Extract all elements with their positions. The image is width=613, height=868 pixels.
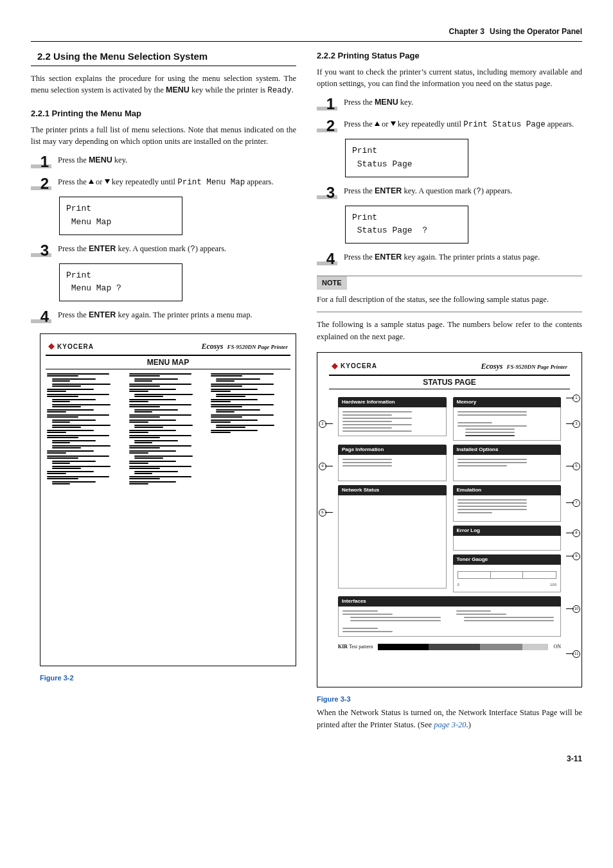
lcd-display: Print Status Page ? <box>345 206 468 244</box>
callout-11: 11 <box>573 650 580 658</box>
up-triangle-icon <box>375 121 380 126</box>
subheading-status-page: 2.2.2 Printing Status Page <box>317 49 582 62</box>
text: appears. <box>245 177 273 186</box>
step-2: 2 Press the or key repeatedly until Prin… <box>31 176 296 191</box>
callout-5: 5 <box>573 463 580 470</box>
panel-title: Page Information <box>338 445 447 455</box>
text: or <box>380 120 391 128</box>
mono-text: ? <box>476 187 481 196</box>
step-number: 2 <box>317 118 336 134</box>
text: Press the <box>58 155 89 164</box>
text: . <box>292 85 294 94</box>
panel-interfaces: Interfaces <box>338 596 561 637</box>
text: Press the <box>344 186 375 195</box>
text: .) <box>466 720 471 729</box>
lcd-line: Print <box>352 211 461 225</box>
lcd-line: Print <box>66 202 175 216</box>
chapter-label: Chapter 3 <box>449 26 484 37</box>
text: key. <box>112 155 128 164</box>
text: Press the <box>58 310 89 319</box>
step-body: Press the ENTER key again. The printer p… <box>58 309 296 321</box>
step-2: 2 Press the or key repeatedly until Prin… <box>317 118 582 134</box>
text: Press the <box>58 177 89 186</box>
step-number: 3 <box>317 185 336 200</box>
step-body: Press the MENU key. <box>344 96 582 109</box>
model-label: FS-9520DN Page Printer <box>227 343 289 352</box>
lcd-display: Print Menu Map <box>59 197 182 235</box>
callout-8: 8 <box>573 529 580 537</box>
step-number: 2 <box>31 176 50 191</box>
figure-caption-body: When the Network Status is turned on, th… <box>317 707 582 731</box>
toner-gauge-bar <box>458 571 557 579</box>
up-triangle-icon <box>89 179 94 184</box>
callout-10: 10 <box>573 605 580 613</box>
callout-1: 1 <box>573 394 580 402</box>
text: key repeatedly until <box>396 120 464 128</box>
doc-title: STATUS PAGE <box>329 375 570 389</box>
status-page-intro: If you want to check the printer’s curre… <box>317 66 582 91</box>
menu-map-intro: The printer prints a full list of menu s… <box>31 124 296 148</box>
text: ) appears. <box>481 186 513 195</box>
text: key repeatedly until <box>110 177 178 186</box>
brand-mark-icon <box>48 343 55 350</box>
page-reference-link[interactable]: page 3-20 <box>434 720 466 729</box>
down-triangle-icon <box>105 179 110 184</box>
section-heading: 2.2 Using the Menu Selection System <box>31 49 296 66</box>
panel-title: Interfaces <box>338 596 561 607</box>
step-number: 1 <box>317 96 336 112</box>
lcd-line: Print <box>66 269 175 283</box>
note-body: For a full description of the status, se… <box>317 294 582 306</box>
mono-text: Print Menu Map <box>177 178 245 187</box>
lcd-line: Print <box>352 145 461 158</box>
page-number: 3-11 <box>31 753 582 765</box>
note-rule-top <box>317 276 582 276</box>
ecosys-logo: Ecosys <box>481 360 503 372</box>
kir-label: KIR Test pattern <box>338 643 373 651</box>
text: key. A question mark ( <box>116 244 190 253</box>
step-number: 1 <box>31 154 50 170</box>
brand-name: KYOCERA <box>341 361 377 371</box>
keycap: ENTER <box>375 252 402 261</box>
kir-test-row: KIR Test pattern ON <box>338 643 561 651</box>
step-body: Press the ENTER key again. The printer p… <box>344 251 582 263</box>
step-3: 3 Press the ENTER key. A question mark (… <box>31 243 296 258</box>
step-4: 4 Press the ENTER key again. The printer… <box>31 309 296 324</box>
text: key while the printer is <box>190 85 268 94</box>
gauge-min: 0 <box>458 582 459 588</box>
callout-3: 3 <box>573 420 580 428</box>
note-label: NOTE <box>317 276 347 290</box>
keycap: ENTER <box>89 310 116 319</box>
lcd-line: Status Page ? <box>352 224 461 238</box>
subheading-menu-map: 2.2.1 Printing the Menu Map <box>31 107 296 120</box>
keycap: MENU <box>166 85 190 94</box>
brand-name: KYOCERA <box>57 342 94 351</box>
step-4: 4 Press the ENTER key again. The printer… <box>317 251 582 267</box>
step-body: Press the MENU key. <box>58 154 296 166</box>
callout-9: 9 <box>573 553 580 560</box>
step-body: Press the or key repeatedly until Print … <box>344 118 582 131</box>
keycap: ENTER <box>375 186 402 195</box>
two-column-layout: 2.2 Using the Menu Selection System This… <box>31 49 582 738</box>
step-1: 1 Press the MENU key. <box>31 154 296 170</box>
section-title: Using the Menu Selection System <box>53 51 208 62</box>
note-rule-bottom <box>317 312 582 312</box>
section-intro: This section explains the procedure for … <box>31 73 296 98</box>
step-number: 3 <box>31 243 50 258</box>
panel-emulation: Emulation <box>453 485 562 522</box>
lcd-display: Print Menu Map ? <box>59 263 182 302</box>
gauge-max: 100 <box>550 582 556 588</box>
status-panels: Hardware Information Memory <box>338 397 561 637</box>
panel-page-information: Page Information <box>338 445 447 481</box>
panel-title: Hardware Information <box>338 397 447 407</box>
left-column: 2.2 Using the Menu Selection System This… <box>31 49 296 738</box>
step-1: 1 Press the MENU key. <box>317 96 582 112</box>
keycap: ENTER <box>89 244 116 253</box>
text: key. A question mark ( <box>402 186 476 195</box>
panel-error-log: Error Log <box>453 526 562 551</box>
mono-text: ? <box>190 245 195 254</box>
text: key. <box>398 98 414 107</box>
text: appears. <box>546 120 574 128</box>
panel-title: Memory <box>453 397 562 407</box>
panel-title: Network Status <box>338 485 447 495</box>
mono-text: Ready <box>267 86 292 95</box>
